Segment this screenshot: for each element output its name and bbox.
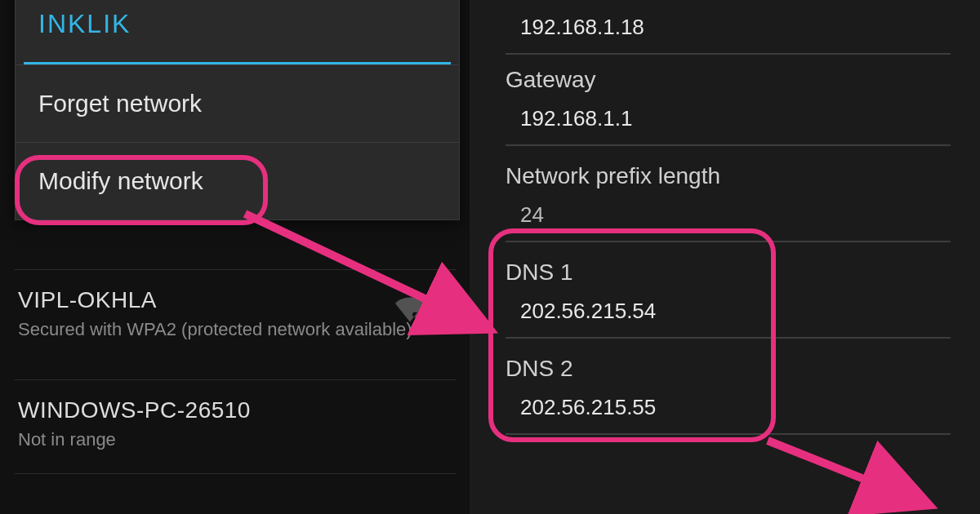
wifi-entry-vipl[interactable]: VIPL-OKHLA Secured with WPA2 (protected … [18, 287, 451, 341]
dns1-field[interactable]: 202.56.215.54 [506, 294, 951, 339]
wifi-ssid: VIPL-OKHLA [18, 287, 451, 313]
list-divider [15, 379, 456, 380]
wifi-subtitle: Not in range [18, 428, 451, 451]
network-context-popup: INKLIK Forget network Modify network [15, 0, 460, 220]
list-divider [15, 473, 456, 474]
popup-network-name: INKLIK [16, 0, 459, 62]
forget-network-item[interactable]: Forget network [16, 64, 459, 142]
wifi-subtitle: Secured with WPA2 (protected network ava… [18, 318, 451, 341]
prefix-length-field[interactable]: 24 [506, 197, 951, 242]
wifi-ssid: WINDOWS-PC-26510 [18, 397, 451, 423]
ip-address-field[interactable]: 192.168.1.18 [506, 10, 951, 55]
dns2-label: DNS 2 [506, 356, 951, 382]
modify-network-item[interactable]: Modify network [16, 142, 459, 219]
dns2-field[interactable]: 202.56.215.55 [506, 390, 951, 435]
prefix-length-label: Network prefix length [506, 163, 951, 189]
wifi-entry-windows[interactable]: WINDOWS-PC-26510 Not in range [18, 397, 451, 451]
gateway-field[interactable]: 192.168.1.1 [506, 101, 951, 146]
network-details-panel: IP address 192.168.1.18 Gateway 192.168.… [470, 0, 980, 514]
gateway-label: Gateway [506, 67, 951, 93]
wifi-list-panel: INKLIK Forget network Modify network VIP… [0, 0, 470, 514]
wifi-signal-icon [395, 294, 425, 323]
dns1-label: DNS 1 [506, 259, 951, 286]
list-divider [15, 269, 456, 270]
ip-address-label: IP address [506, 0, 951, 2]
